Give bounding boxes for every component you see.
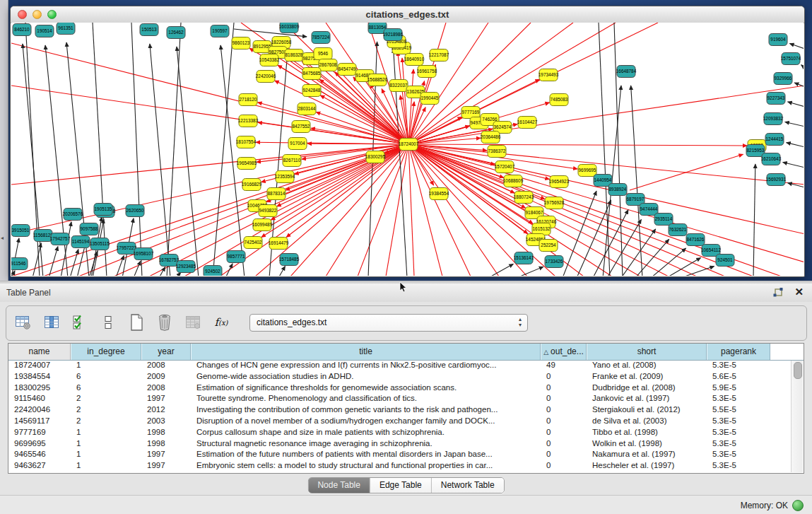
network-node[interactable]: 9699695 <box>578 165 596 177</box>
table-row[interactable]: 2242004622012Investigating the contribut… <box>8 404 791 416</box>
network-node[interactable]: 8427552 <box>292 121 310 133</box>
network-node[interactable]: 1145194 <box>71 236 90 248</box>
network-node[interactable]: 7425402 <box>244 237 262 249</box>
table-cell[interactable]: Tourette syndrome. Phenomenology and cla… <box>191 393 541 404</box>
network-edge[interactable] <box>789 44 804 49</box>
network-node[interactable]: 12093832 <box>763 113 784 125</box>
network-edge[interactable] <box>630 154 743 190</box>
network-node[interactable]: 9227343 <box>767 93 785 105</box>
network-edge[interactable] <box>167 23 181 276</box>
network-node[interactable]: 252254 <box>539 240 558 252</box>
table-row[interactable]: 911546021997Tourette syndrome. Phenomeno… <box>8 393 791 404</box>
network-node[interactable]: 16914479 <box>269 238 289 250</box>
table-cell[interactable]: Estimation of significance thresholds fo… <box>191 382 541 394</box>
table-cell[interactable]: 0 <box>541 427 587 438</box>
close-panel-icon[interactable]: ✕ <box>794 286 804 298</box>
select-all-icon[interactable] <box>70 313 90 332</box>
network-node[interactable]: 19756928 <box>544 197 565 209</box>
table-cell[interactable]: 19384554 <box>8 371 71 382</box>
network-node[interactable]: 9097588 <box>80 223 98 235</box>
table-cell[interactable]: 14569117 <box>8 416 71 427</box>
network-edge[interactable] <box>801 65 804 68</box>
table-cell[interactable]: Stergiakouli et al. (2012) <box>587 404 707 416</box>
table-row[interactable]: 969969511998Structural magnetic resonanc… <box>8 438 791 450</box>
network-edge[interactable] <box>787 143 804 147</box>
table-cell[interactable]: 1 <box>71 460 141 472</box>
table-cell[interactable]: 5.6E-5 <box>707 371 770 382</box>
network-node[interactable]: 8267110 <box>283 155 301 167</box>
network-node[interactable]: 917004 <box>288 138 307 150</box>
network-node[interactable]: 12923485 <box>176 261 196 273</box>
network-edge[interactable] <box>213 23 234 276</box>
network-node[interactable]: 1905135 <box>94 204 112 216</box>
table-cell[interactable]: 9115460 <box>8 393 71 404</box>
network-node[interactable]: 18300295 <box>365 151 386 163</box>
network-node[interactable]: 12353594 <box>275 171 295 183</box>
network-node[interactable]: 1244415 <box>765 134 784 146</box>
table-cell[interactable]: Yano et al. (2008) <box>587 360 707 371</box>
table-cell[interactable]: 0 <box>541 449 587 460</box>
panel-collapse-arrow-icon[interactable]: ◂ <box>1 235 4 241</box>
tab-network-table[interactable]: Network Table <box>432 478 504 493</box>
network-node[interactable]: 9329966 <box>774 73 792 85</box>
network-node[interactable]: 961351 <box>57 23 75 35</box>
table-cell[interactable]: 5.5E-5 <box>707 404 770 416</box>
table-row[interactable]: 977716911998Corpus callosum shape and si… <box>8 427 791 438</box>
table-cell[interactable]: 5.3E-5 <box>707 393 770 404</box>
network-node[interactable]: 18640910 <box>404 54 425 66</box>
network-node[interactable]: 1990445 <box>420 93 439 105</box>
table-cell[interactable]: Dudbridge et al. (2008) <box>587 382 707 394</box>
network-edge[interactable] <box>408 23 573 144</box>
network-canvas[interactable]: 1872400789129551822605898275031054338298… <box>11 23 804 276</box>
network-node[interactable]: 7857224 <box>312 32 330 44</box>
network-node[interactable]: 7632621 <box>669 224 687 236</box>
table-cell[interactable]: 5.3E-5 <box>707 460 770 472</box>
network-node[interactable]: 8475685 <box>302 68 321 80</box>
network-node[interactable]: 19384554 <box>429 188 449 200</box>
network-edge[interactable] <box>783 163 804 168</box>
network-node[interactable]: 16210643 <box>761 153 782 165</box>
network-edge[interactable] <box>61 222 71 276</box>
network-node[interactable]: 15136141 <box>514 252 534 264</box>
tab-node-table[interactable]: Node Table <box>308 478 370 493</box>
network-node[interactable]: 8322037 <box>389 80 408 92</box>
network-node[interactable]: 126462 <box>167 27 185 39</box>
table-cell[interactable]: Tibbo et al. (1998) <box>587 427 707 438</box>
table-row[interactable]: 1830029562008Estimation of significance … <box>8 382 791 394</box>
network-node[interactable]: 2803144 <box>298 103 316 115</box>
table-cell[interactable]: 1998 <box>141 427 191 438</box>
table-cell[interactable]: 1 <box>71 438 141 450</box>
table-cell[interactable]: 2003 <box>141 416 191 427</box>
table-cell[interactable]: Estimation of the future numbers of pati… <box>191 449 541 460</box>
table-cell[interactable]: 5.3E-5 <box>707 427 770 438</box>
network-node[interactable]: 2718120 <box>239 94 257 106</box>
table-cell[interactable]: Structural magnetic resonance image aver… <box>191 438 541 450</box>
delete-icon[interactable] <box>155 313 175 332</box>
network-node[interactable]: 924501 <box>716 255 734 267</box>
network-edge[interactable] <box>753 164 755 276</box>
network-edge[interactable] <box>599 23 610 276</box>
import-table-icon[interactable] <box>183 313 203 332</box>
network-node[interactable]: 17942757 <box>50 233 71 245</box>
column-header-year[interactable]: year <box>141 344 191 360</box>
table-cell[interactable]: Changes of HCN gene expression and I(f) … <box>191 360 541 371</box>
column-header-out-degree[interactable]: △out_de... <box>541 344 587 360</box>
table-cell[interactable]: 5.3E-5 <box>707 438 770 450</box>
table-cell[interactable]: 2 <box>71 404 141 416</box>
network-node[interactable]: 8454749 <box>338 64 356 76</box>
table-cell[interactable]: Wolkin et al. (1998) <box>587 438 707 450</box>
network-edge[interactable] <box>517 267 543 276</box>
table-vertical-scrollbar[interactable] <box>791 361 803 472</box>
table-cell[interactable]: Embryonic stem cells: a model to study s… <box>191 460 541 472</box>
network-node[interactable]: 16961758 <box>417 66 437 78</box>
table-cell[interactable]: 22420046 <box>8 404 71 416</box>
table-row[interactable]: 1872400712008Changes of HCN gene express… <box>8 360 791 371</box>
table-cell[interactable]: 9699695 <box>8 438 71 450</box>
table-cell[interactable]: 1 <box>71 449 141 460</box>
network-node[interactable]: 9242848 <box>302 85 321 97</box>
table-cell[interactable]: 2008 <box>141 360 191 371</box>
network-window-titlebar[interactable]: citations_edges.txt <box>11 6 804 23</box>
network-node[interactable]: 15718485 <box>279 254 300 266</box>
table-selector-dropdown[interactable]: citations_edges.txt ▴▾ <box>249 314 528 332</box>
column-header-title[interactable]: title <box>191 344 541 360</box>
